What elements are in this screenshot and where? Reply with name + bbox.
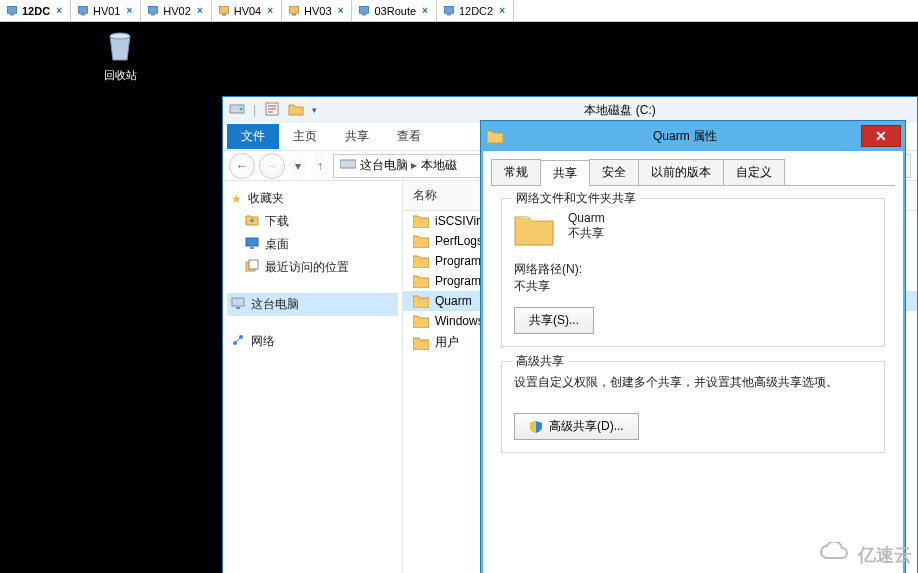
back-button[interactable]: ←	[229, 153, 255, 179]
drive-icon	[340, 158, 356, 173]
session-tab-hv02[interactable]: HV02 ×	[141, 0, 211, 21]
session-tab-label: HV01	[93, 5, 121, 17]
svg-rect-23	[232, 298, 244, 306]
session-tab-12dc[interactable]: 12DC ×	[0, 0, 71, 21]
up-button[interactable]: ↑	[311, 153, 329, 179]
svg-rect-0	[8, 6, 17, 13]
svg-rect-9	[292, 14, 297, 16]
tab-security[interactable]: 安全	[589, 159, 639, 185]
svg-rect-1	[10, 14, 15, 16]
folder-icon	[413, 234, 429, 248]
computer-icon	[231, 296, 245, 313]
session-tab-label: HV03	[304, 5, 332, 17]
new-folder-icon[interactable]	[288, 101, 304, 120]
close-icon[interactable]: ×	[265, 5, 275, 16]
folder-icon	[481, 129, 509, 143]
qat-separator: |	[253, 103, 256, 117]
close-icon[interactable]: ×	[336, 5, 346, 16]
server-icon	[443, 5, 455, 17]
svg-rect-24	[236, 307, 240, 309]
properties-icon[interactable]	[264, 101, 280, 120]
network-sharing-group: 网络文件和文件夹共享 Quarm 不共享 网络路径(N): 不共享 共享(S).…	[501, 198, 885, 347]
recent-locations-icon[interactable]: ▾	[289, 153, 307, 179]
sidebar-item-downloads[interactable]: 下载	[227, 210, 398, 233]
svg-point-16	[240, 107, 243, 110]
session-tab-03route[interactable]: 03Route ×	[352, 0, 436, 21]
qat-dropdown-icon[interactable]: ▾	[312, 105, 317, 115]
button-label: 高级共享(D)...	[549, 418, 624, 435]
folder-icon	[413, 274, 429, 288]
sidebar-item-label: 这台电脑	[251, 296, 299, 313]
properties-dialog: Quarm 属性 ✕ 常规 共享 安全 以前的版本 自定义 网络文件和文件夹共享…	[480, 120, 906, 573]
ribbon-tab-share[interactable]: 共享	[331, 124, 383, 149]
watermark: 亿速云	[818, 542, 912, 567]
session-tab-label: 03Route	[374, 5, 416, 17]
session-tab-hv01[interactable]: HV01 ×	[71, 0, 141, 21]
tab-customize[interactable]: 自定义	[723, 159, 785, 185]
group-legend: 高级共享	[512, 353, 568, 370]
tab-sharing[interactable]: 共享	[540, 160, 590, 186]
folder-icon	[413, 314, 429, 328]
button-label: 共享(S)...	[529, 312, 579, 329]
svg-point-14	[110, 33, 130, 39]
explorer-title: 本地磁盘 (C:)	[323, 102, 917, 119]
svg-rect-18	[340, 160, 356, 168]
svg-rect-2	[78, 6, 87, 13]
advanced-share-button[interactable]: 高级共享(D)...	[514, 413, 639, 440]
close-icon[interactable]: ×	[54, 5, 64, 16]
share-status: 不共享	[568, 225, 605, 242]
session-tab-label: 12DC	[22, 5, 50, 17]
close-icon[interactable]: ×	[195, 5, 205, 16]
breadcrumb-item[interactable]: 本地磁	[421, 157, 457, 174]
desktop: 回收站 | ▾ 本地磁盘 (C:) 文件 主页 共享 查看 ← → ▾ ↑	[0, 22, 918, 573]
folder-icon	[413, 336, 429, 350]
svg-rect-7	[221, 14, 226, 16]
session-tabstrip: 12DC × HV01 × HV02 × HV04 × HV03 × 03Rou…	[0, 0, 918, 22]
close-icon[interactable]: ×	[497, 5, 507, 16]
forward-button[interactable]: →	[259, 153, 285, 179]
file-name: Program	[435, 274, 481, 288]
svg-rect-19	[246, 238, 258, 246]
session-tab-label: 12DC2	[459, 5, 493, 17]
share-button[interactable]: 共享(S)...	[514, 307, 594, 334]
sidebar-item-network[interactable]: 网络	[227, 330, 398, 353]
tab-previous-versions[interactable]: 以前的版本	[638, 159, 724, 185]
svg-rect-10	[360, 6, 369, 13]
session-tab-hv04[interactable]: HV04 ×	[212, 0, 282, 21]
svg-rect-20	[250, 247, 254, 249]
sidebar-item-favorites[interactable]: ★ 收藏夹	[227, 187, 398, 210]
advanced-sharing-desc: 设置自定义权限，创建多个共享，并设置其他高级共享选项。	[514, 374, 872, 391]
close-icon[interactable]: ×	[125, 5, 135, 16]
sidebar-item-recent[interactable]: 最近访问的位置	[227, 256, 398, 279]
sidebar-item-desktop[interactable]: 桌面	[227, 233, 398, 256]
file-name: Windows	[435, 314, 484, 328]
folder-icon	[413, 214, 429, 228]
server-icon	[147, 5, 159, 17]
close-icon[interactable]: ×	[420, 5, 430, 16]
breadcrumb-item[interactable]: 这台电脑	[360, 157, 417, 174]
folder-icon	[413, 254, 429, 268]
tab-general[interactable]: 常规	[491, 159, 541, 185]
svg-rect-5	[151, 14, 156, 16]
file-name: Program	[435, 254, 481, 268]
ribbon-tab-file[interactable]: 文件	[227, 124, 279, 149]
group-legend: 网络文件和文件夹共享	[512, 190, 640, 207]
sidebar-item-this-pc[interactable]: 这台电脑	[227, 293, 398, 316]
svg-rect-12	[444, 6, 453, 13]
server-icon	[218, 5, 230, 17]
recycle-bin-icon	[104, 28, 136, 64]
close-button[interactable]: ✕	[861, 125, 901, 147]
recycle-bin[interactable]: 回收站	[90, 28, 150, 83]
session-tab-12dc2[interactable]: 12DC2 ×	[437, 0, 514, 21]
ribbon-tab-home[interactable]: 主页	[279, 124, 331, 149]
properties-title: Quarm 属性	[509, 128, 861, 145]
server-icon	[288, 5, 300, 17]
network-icon	[231, 333, 245, 350]
ribbon-tab-view[interactable]: 查看	[383, 124, 435, 149]
properties-titlebar[interactable]: Quarm 属性 ✕	[481, 121, 905, 151]
svg-rect-3	[81, 14, 86, 16]
sidebar-item-label: 网络	[251, 333, 275, 350]
recycle-bin-label: 回收站	[90, 68, 150, 83]
session-tab-hv03[interactable]: HV03 ×	[282, 0, 352, 21]
downloads-icon	[245, 213, 259, 230]
